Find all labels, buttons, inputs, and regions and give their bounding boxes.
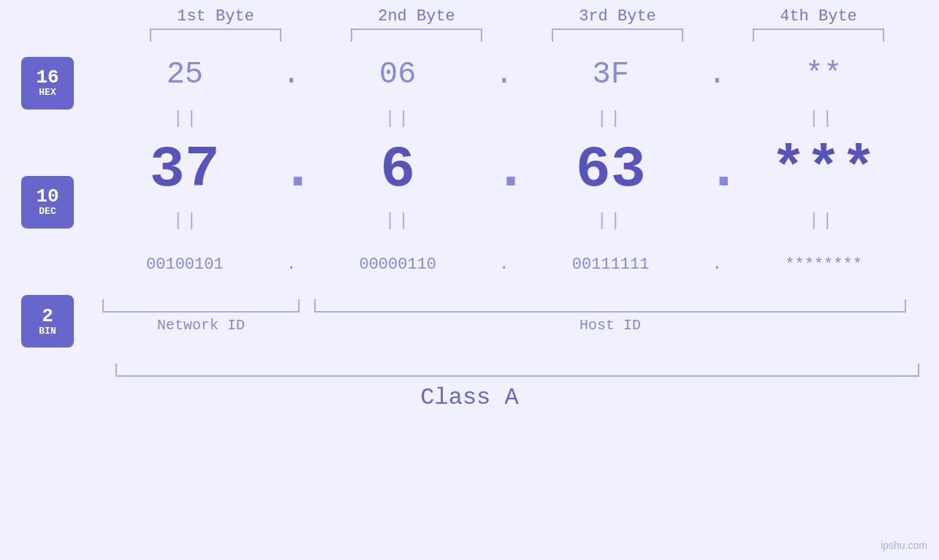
hex-b1-cell: 25 (112, 57, 258, 92)
bin-badge: 2 BIN (21, 295, 74, 348)
eq2-b3: || (537, 211, 683, 231)
bracket-top-1 (150, 28, 281, 42)
hex-b4-cell: ** (750, 57, 897, 92)
host-bracket (314, 299, 906, 312)
full-bottom-bracket (115, 364, 919, 377)
equals-row-1: || || || || (102, 104, 906, 133)
bin-sep2: . (490, 256, 519, 274)
main-container: 1st Byte 2nd Byte 3rd Byte 4th Byte 16 H… (0, 0, 939, 560)
bin-sep1: . (277, 256, 306, 274)
hex-b3-value: 3F (592, 57, 628, 92)
bin-b2-cell: 00000110 (324, 256, 471, 274)
bin-b4-cell: ******** (750, 256, 897, 274)
header-row: 1st Byte 2nd Byte 3rd Byte 4th Byte (115, 7, 919, 26)
hex-b1-value: 25 (167, 57, 203, 92)
dec-badge-number: 10 (36, 187, 58, 206)
hex-b2-value: 06 (379, 57, 416, 92)
eq2-b1: || (113, 211, 259, 231)
bin-b3-cell: 00111111 (538, 256, 684, 274)
hex-b4-value: ** (805, 57, 842, 92)
id-labels-row: Network ID Host ID (102, 317, 906, 334)
bracket-top-2 (351, 28, 482, 42)
dec-badge-label: DEC (39, 206, 56, 218)
host-id-label: Host ID (314, 317, 906, 334)
dec-sep3: . (702, 137, 731, 203)
dec-b1-cell: 37 (112, 137, 258, 203)
eq1-b2: || (325, 109, 471, 129)
hex-sep1: . (277, 57, 306, 92)
bin-sep3: . (702, 256, 731, 274)
eq1-b4: || (749, 109, 895, 129)
dec-b2-value: 6 (380, 137, 415, 203)
byte3-label: 3rd Byte (544, 7, 691, 26)
hex-sep3: . (702, 57, 731, 92)
eq2-b2: || (325, 211, 471, 231)
bin-row: 00100101 . 00000110 . 00111111 . (102, 235, 906, 294)
dec-b3-cell: 63 (538, 137, 684, 203)
bin-b4-value: ******** (785, 256, 862, 274)
dec-b3-value: 63 (576, 137, 646, 203)
byte4-label: 4th Byte (745, 7, 892, 26)
watermark: ipshu.com (881, 540, 927, 551)
bracket-top-4 (753, 28, 884, 42)
bin-b1-value: 00100101 (146, 256, 224, 274)
bin-b2-value: 00000110 (359, 256, 436, 274)
dec-b4-value: *** (771, 137, 876, 203)
hex-b3-cell: 3F (538, 57, 684, 92)
hex-badge-label: HEX (39, 87, 56, 99)
dec-badge: 10 DEC (21, 176, 74, 229)
network-bracket (102, 299, 300, 312)
eq1-b1: || (113, 109, 259, 129)
top-brackets (115, 28, 919, 42)
bin-b3-value: 00111111 (572, 256, 650, 274)
hex-row: 25 . 06 . 3F . ** (102, 45, 906, 104)
dec-b2-cell: 6 (324, 137, 471, 203)
hex-badge-number: 16 (36, 68, 58, 87)
network-id-label: Network ID (102, 317, 300, 334)
dec-row: 37 . 6 . 63 . *** (102, 133, 906, 206)
bin-b1-cell: 00100101 (112, 256, 258, 274)
hex-badge: 16 HEX (21, 57, 74, 110)
eq1-b3: || (537, 109, 683, 129)
dec-b1-value: 37 (150, 137, 220, 203)
data-grid: 25 . 06 . 3F . ** (102, 45, 906, 334)
equals-row-2: || || || || (102, 206, 906, 235)
hex-b2-cell: 06 (324, 57, 471, 92)
dec-sep1: . (277, 137, 306, 203)
byte1-label: 1st Byte (142, 7, 289, 26)
bin-badge-label: BIN (39, 326, 56, 337)
eq2-b4: || (749, 211, 895, 231)
class-label: Class A (420, 384, 518, 411)
dec-sep2: . (490, 137, 519, 203)
hex-sep2: . (490, 57, 519, 92)
dec-b4-cell: *** (750, 137, 897, 203)
bracket-top-3 (552, 28, 683, 42)
bin-badge-number: 2 (42, 307, 53, 326)
byte2-label: 2nd Byte (343, 7, 490, 26)
bottom-bracket-row (102, 299, 906, 312)
badges-column: 16 HEX 10 DEC 2 BIN (0, 45, 95, 352)
